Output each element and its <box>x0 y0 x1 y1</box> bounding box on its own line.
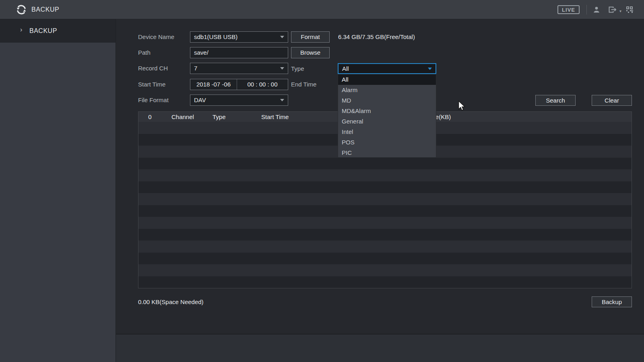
start-date-value[interactable]: 2018 -07 -06 <box>190 79 237 90</box>
type-options-panel: All Alarm MD MD&Alarm General Intel POS … <box>338 74 436 158</box>
chevron-down-icon <box>428 68 432 70</box>
space-needed-text: 0.00 KB(Space Needed) <box>138 296 204 308</box>
chevron-down-icon <box>280 36 284 38</box>
type-option-general[interactable]: General <box>338 116 436 127</box>
file-format-label: File Format <box>138 95 169 106</box>
table-row <box>138 264 632 276</box>
type-option-alarm[interactable]: Alarm <box>338 85 436 95</box>
table-row <box>138 241 632 253</box>
type-label: Type <box>291 63 304 74</box>
table-row <box>138 276 632 288</box>
chevron-down-icon <box>280 67 284 70</box>
record-ch-value: 7 <box>194 65 197 72</box>
qr-grid-icon[interactable] <box>625 6 634 14</box>
type-option-intel[interactable]: Intel <box>338 127 436 137</box>
type-option-all[interactable]: All <box>338 74 436 85</box>
table-row <box>138 205 632 217</box>
record-ch-label: Record CH <box>138 63 168 74</box>
file-format-dropdown[interactable]: DAV <box>190 95 288 106</box>
device-name-dropdown[interactable]: sdb1(USB USB) <box>190 31 288 43</box>
table-row <box>138 193 632 205</box>
path-input[interactable]: save/ <box>190 47 288 58</box>
type-option-pic[interactable]: PIC <box>338 148 436 158</box>
table-row <box>138 169 632 181</box>
column-type: Type <box>213 112 226 122</box>
start-time-label: Start Time <box>138 79 165 90</box>
top-bar: BACKUP LIVE ▾ <box>0 0 644 19</box>
sidebar-item-backup[interactable]: › BACKUP <box>0 19 116 43</box>
chevron-right-icon: › <box>20 26 22 33</box>
clear-button[interactable]: Clear <box>592 95 632 106</box>
topbar-divider <box>586 5 587 14</box>
user-icon[interactable] <box>592 6 601 14</box>
table-row <box>138 158 632 170</box>
record-ch-dropdown[interactable]: 7 <box>190 63 288 74</box>
backup-sync-icon <box>15 4 27 16</box>
browse-button[interactable]: Browse <box>291 47 330 58</box>
backup-panel: Device Name sdb1(USB USB) Format 6.34 GB… <box>116 19 644 334</box>
type-option-md[interactable]: MD <box>338 95 436 106</box>
type-option-md-alarm[interactable]: MD&Alarm <box>338 106 436 116</box>
device-name-value: sdb1(USB USB) <box>194 33 237 40</box>
footer-strip <box>116 335 644 362</box>
type-value: All <box>342 65 349 72</box>
logout-icon[interactable] <box>608 6 617 14</box>
start-time-field[interactable]: 2018 -07 -06 00 : 00 : 00 <box>190 79 288 90</box>
sidebar: › BACKUP <box>0 19 116 362</box>
backup-button[interactable]: Backup <box>592 296 632 307</box>
column-channel: Channel <box>171 112 194 122</box>
type-dropdown[interactable]: All <box>338 63 436 74</box>
device-name-label: Device Name <box>138 31 174 43</box>
column-count: 0 <box>138 112 161 122</box>
page-title: BACKUP <box>31 0 59 19</box>
start-time-value[interactable]: 00 : 00 : 00 <box>237 79 288 90</box>
end-time-label: End Time <box>291 79 316 90</box>
live-button[interactable]: LIVE <box>557 5 580 14</box>
table-row <box>138 253 632 265</box>
logout-caret-icon[interactable]: ▾ <box>619 9 621 13</box>
storage-free-total: 6.34 GB/7.35 GB(Free/Total) <box>338 31 415 43</box>
table-row <box>138 217 632 229</box>
path-label: Path <box>138 47 151 58</box>
sidebar-item-label: BACKUP <box>29 19 57 43</box>
search-button[interactable]: Search <box>535 95 576 106</box>
file-format-value: DAV <box>194 97 206 103</box>
format-button[interactable]: Format <box>291 31 330 43</box>
type-option-pos[interactable]: POS <box>338 137 436 148</box>
table-row <box>138 181 632 193</box>
column-start-time: Start Time <box>261 112 289 122</box>
table-row <box>138 229 632 241</box>
backup-screen: BACKUP LIVE ▾ › BACKUP <box>0 0 644 362</box>
chevron-down-icon <box>280 99 284 101</box>
